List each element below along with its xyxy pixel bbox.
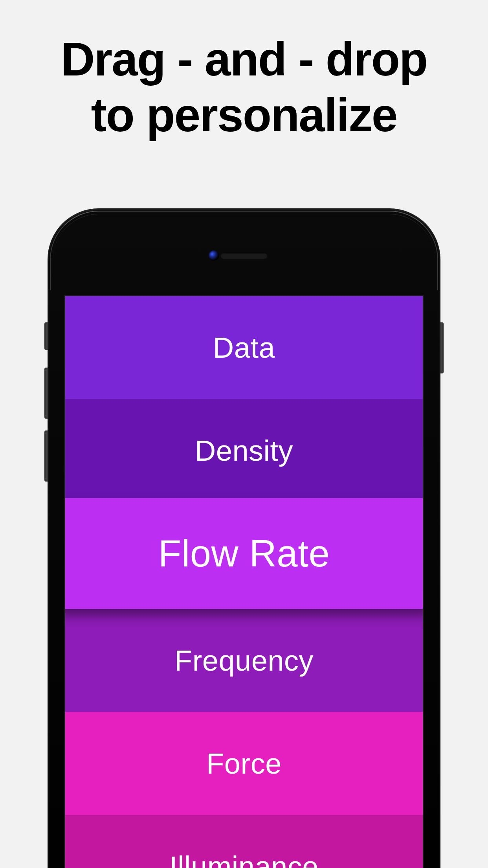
power-button: [440, 322, 444, 373]
volume-up-button: [44, 368, 48, 419]
category-list: Data Density Flow Rate Frequency Force I…: [65, 296, 423, 868]
list-item-data[interactable]: Data: [65, 296, 423, 399]
list-item-flow-rate[interactable]: Flow Rate: [64, 498, 424, 609]
phone-body: Data Density Flow Rate Frequency Force I…: [48, 208, 440, 868]
mute-switch: [44, 322, 48, 350]
headline-line-2: to personalize: [0, 87, 488, 143]
phone-screen: Data Density Flow Rate Frequency Force I…: [64, 295, 424, 868]
list-item-label: Frequency: [174, 644, 314, 677]
list-item-illuminance[interactable]: Illuminance: [65, 815, 423, 868]
list-item-label: Data: [213, 331, 275, 364]
volume-down-button: [44, 430, 48, 482]
headline: Drag - and - drop to personalize: [0, 0, 488, 143]
list-item-label: Force: [206, 747, 282, 780]
headline-line-1: Drag - and - drop: [0, 31, 488, 87]
list-item-frequency[interactable]: Frequency: [65, 609, 423, 712]
list-item-label: Illuminance: [169, 850, 319, 868]
phone-device-mockup: Data Density Flow Rate Frequency Force I…: [48, 208, 440, 868]
list-item-force[interactable]: Force: [65, 712, 423, 815]
list-item-density[interactable]: Density: [65, 399, 423, 502]
speaker-grille: [220, 252, 268, 259]
list-item-label: Flow Rate: [158, 532, 330, 575]
camera-icon: [209, 250, 219, 261]
list-item-label: Density: [195, 434, 293, 467]
